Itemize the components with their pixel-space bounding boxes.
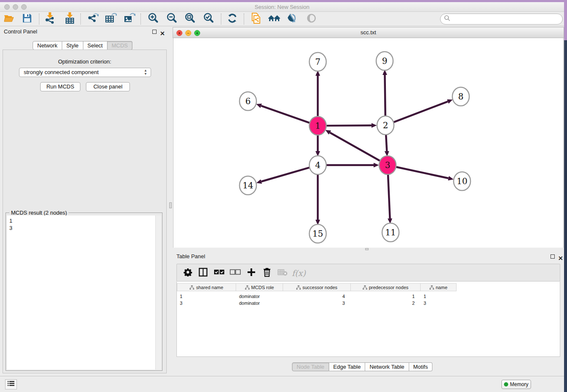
tab-motifs[interactable]: Motifs	[409, 362, 433, 371]
tab-network[interactable]: Network	[33, 41, 62, 50]
edge-3-10[interactable]	[396, 167, 449, 178]
edge-1-6[interactable]	[261, 106, 310, 123]
table-row[interactable]: 3dominator323	[177, 300, 560, 306]
tab-network-table[interactable]: Network Table	[365, 362, 409, 371]
network-canvas[interactable]: 7968124314101511	[173, 38, 564, 248]
table-cell[interactable]: 4	[283, 293, 351, 300]
graph-node-2[interactable]: 2	[377, 116, 394, 135]
edge-3-11[interactable]	[388, 174, 390, 218]
zoom-in-button[interactable]	[146, 13, 161, 25]
search-input-wrap	[440, 14, 563, 25]
graph-node-10[interactable]: 10	[454, 172, 471, 190]
graph-node-9[interactable]: 9	[376, 52, 393, 70]
duplicate-network-button[interactable]	[248, 13, 264, 25]
table-settings-button[interactable]	[181, 266, 195, 280]
close-table-panel-icon[interactable]: ✕	[558, 253, 563, 264]
column-header-name[interactable]: name	[421, 283, 457, 291]
close-panel-icon[interactable]: ✕	[160, 28, 165, 39]
table-cell[interactable]: 2	[351, 300, 421, 306]
tab-node-table[interactable]: Node Table	[292, 362, 329, 371]
import-network-button[interactable]	[42, 13, 58, 25]
close-view-button[interactable]: ×	[176, 30, 182, 36]
graph-node-7[interactable]: 7	[309, 52, 326, 71]
column-header-predecessor-nodes[interactable]: predecessor nodes	[351, 283, 421, 291]
export-table-button[interactable]	[103, 13, 118, 25]
vertical-splitter[interactable]	[169, 26, 173, 376]
float-panel-icon[interactable]	[152, 30, 157, 34]
graph-node-11[interactable]: 11	[382, 223, 399, 242]
graphics-details-button[interactable]	[285, 13, 300, 25]
show-columns-button[interactable]	[196, 266, 210, 280]
graph-node-1[interactable]: 1	[309, 116, 326, 135]
deselect-all-button[interactable]	[228, 266, 242, 280]
criterion-select[interactable]: strongly connected component ▲▼	[19, 68, 151, 77]
task-history-button[interactable]	[5, 379, 17, 389]
zoom-fit-button[interactable]	[182, 13, 198, 25]
table-cell[interactable]: dominator	[236, 300, 283, 306]
table-cell[interactable]: 3	[177, 300, 236, 306]
minimize-window-button[interactable]	[13, 4, 18, 10]
graph-node-6[interactable]: 6	[239, 92, 256, 110]
export-image-button[interactable]	[122, 13, 137, 25]
node-label: 3	[385, 160, 391, 170]
splitter-handle[interactable]	[169, 202, 172, 208]
mcds-panel: Optimization criterion: strongly connect…	[3, 50, 167, 373]
home-icon	[268, 13, 281, 25]
graph-node-14[interactable]: 14	[239, 176, 256, 195]
zoom-out-button[interactable]	[164, 13, 179, 25]
table-cell[interactable]: 3	[421, 300, 457, 306]
close-window-button[interactable]	[4, 4, 10, 10]
select-all-button[interactable]	[212, 266, 226, 280]
tab-style[interactable]: Style	[62, 41, 83, 50]
network-view-window: × − + scc.txt 7968124314101511	[173, 26, 564, 251]
edge-3-1[interactable]	[330, 133, 380, 161]
window-title: Session: New Session	[0, 2, 564, 12]
memory-button[interactable]: Memory	[501, 380, 531, 389]
graph-node-4[interactable]: 4	[309, 156, 326, 174]
home-button[interactable]	[267, 13, 282, 25]
zoom-view-button[interactable]: +	[194, 30, 200, 36]
edge-1-2[interactable]	[326, 125, 372, 126]
refresh-layout-button[interactable]	[225, 13, 240, 25]
table-cell[interactable]: 3	[283, 300, 351, 306]
float-table-panel-icon[interactable]	[550, 254, 555, 259]
table-cell[interactable]: 1	[351, 293, 421, 300]
show-hide-details-button[interactable]	[304, 13, 319, 25]
run-mcds-button[interactable]: Run MCDS	[40, 82, 80, 91]
zoom-selected-button[interactable]	[201, 13, 216, 25]
result-scrollbar[interactable]	[155, 215, 161, 370]
table-cell[interactable]: 1	[177, 293, 236, 300]
export-network-button[interactable]	[85, 13, 100, 25]
table-cell[interactable]: 1	[421, 293, 457, 300]
minimize-view-button[interactable]: −	[185, 30, 191, 36]
add-button[interactable]	[245, 266, 258, 280]
edge-2-8[interactable]	[394, 102, 448, 122]
delete-button[interactable]	[260, 266, 274, 280]
close-panel-button[interactable]: Close panel	[86, 82, 130, 91]
search-input[interactable]	[451, 16, 562, 22]
table-cell[interactable]: dominator	[236, 293, 283, 300]
graph-node-8[interactable]: 8	[452, 87, 469, 106]
graph-node-3[interactable]: 3	[379, 156, 396, 174]
network-window-titlebar[interactable]: × − + scc.txt	[173, 27, 564, 38]
status-bar: Memory	[0, 376, 564, 392]
tab-edge-table[interactable]: Edge Table	[329, 362, 366, 371]
column-header-successor-nodes[interactable]: successor nodes	[283, 283, 351, 291]
table-row[interactable]: 1dominator411	[177, 293, 560, 300]
toolbar-separator	[80, 14, 81, 25]
column-header-MCDS-role[interactable]: MCDS role	[236, 283, 283, 291]
mcds-result-text[interactable]: 13	[7, 215, 155, 370]
edge-2-9[interactable]	[385, 75, 385, 117]
column-header-shared-name[interactable]: shared name	[177, 283, 236, 291]
open-session-button[interactable]	[2, 13, 17, 25]
table-header-row: shared nameMCDS rolesuccessor nodesprede…	[177, 283, 457, 291]
tab-mcds[interactable]: MCDS	[107, 41, 132, 50]
import-table-button[interactable]	[62, 13, 77, 25]
tab-select[interactable]: Select	[83, 41, 107, 50]
edge-4-14[interactable]	[261, 168, 310, 182]
maximize-window-button[interactable]	[21, 4, 27, 10]
edge-2-3[interactable]	[386, 134, 387, 151]
graph-node-15[interactable]: 15	[309, 224, 326, 243]
save-session-button[interactable]	[19, 13, 35, 25]
horizontal-splitter-handle[interactable]	[365, 248, 369, 250]
